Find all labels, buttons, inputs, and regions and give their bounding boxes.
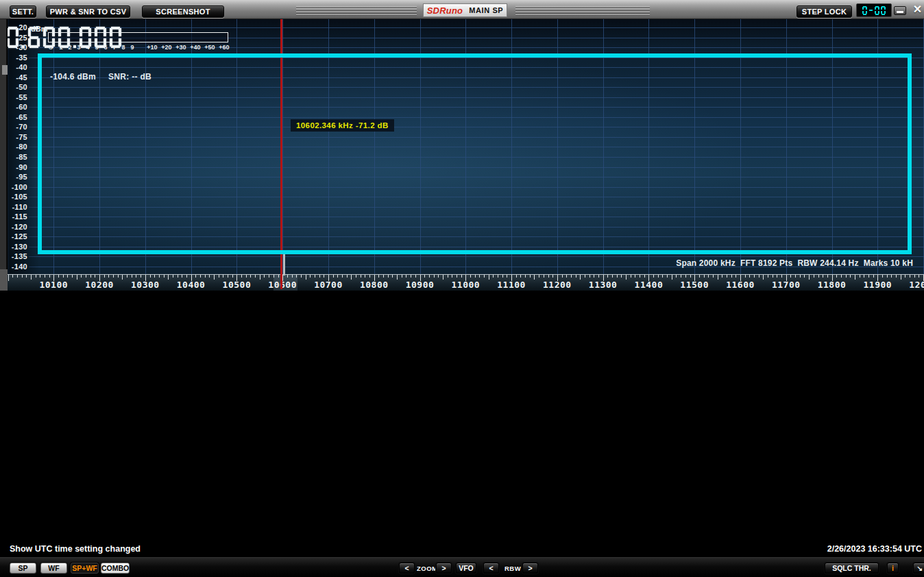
ruler-tick [378,275,379,278]
zoom-out-button[interactable]: < [399,563,415,574]
ruler-tick [72,275,73,278]
ruler-tick [763,275,764,280]
ruler-tick [310,275,311,278]
ruler-tick [489,275,489,280]
seven-segment-frequency-readout[interactable] [0,27,121,48]
sp-mode-button[interactable]: SP [10,563,36,574]
settings-button[interactable]: SETT. [10,5,36,18]
wf-mode-button[interactable]: WF [40,563,67,574]
ruler-tick [154,275,155,278]
zoom-in-button[interactable]: > [436,563,452,574]
ruler-tick [315,275,315,278]
ruler-tick [887,275,888,278]
ruler-tick [493,275,494,278]
info-button[interactable]: i [887,563,899,574]
ruler-tick [914,275,915,278]
ruler-tick [319,275,320,278]
ruler-tick [292,275,293,278]
ruler-frequency-label: 10400 [177,280,206,290]
close-icon[interactable]: ✕ [911,3,924,16]
ruler-tick [383,275,384,278]
ruler-tick [342,275,343,278]
vfo-marker-line[interactable] [283,254,285,275]
ruler-tick [159,275,160,278]
ruler-tick [713,275,714,278]
ruler-tick [17,275,18,278]
ruler-tick [507,275,507,278]
ruler-tick [415,275,416,278]
ruler-tick [598,275,599,278]
titlebar-grip-right[interactable] [515,6,650,16]
titlebar[interactable]: SETT. PWR & SNR TO CSV SCREENSHOT SDRuno… [0,0,924,19]
ruler-tick [919,275,919,278]
ruler-tick [168,275,169,280]
ruler-frequency-label: 10100 [39,280,68,290]
ruler-tick [685,275,686,278]
seven-seg-digit [95,27,106,48]
seven-seg-digit [881,6,886,15]
ruler-frequency-label: 12000 [909,280,924,290]
ruler-tick [873,275,874,278]
ruler-tick [809,275,810,280]
combo-mode-button[interactable]: COMBO [101,563,130,574]
ruler-tick [49,275,50,278]
spectrum-display[interactable]: -20-25-30-35-40-45-50-55-60-65-70-75-80-… [0,19,924,274]
ruler-tick [306,275,306,280]
pwr-snr-csv-button[interactable]: PWR & SNR TO CSV [46,5,130,18]
screenshot-button[interactable]: SCREENSHOT [142,5,224,18]
ruler-tick [411,275,411,278]
ruler-tick [26,275,27,278]
step-lock-button[interactable]: STEP LOCK [797,5,852,18]
ruler-frequency-label: 11300 [589,280,618,290]
ruler-tick [653,275,654,278]
ruler-tick [580,275,581,280]
s-meter-scale-label: +20 [161,44,171,51]
ruler-tick [804,275,805,278]
waterfall-area [0,291,924,541]
ruler-tick [790,275,791,278]
corner-arrow-button[interactable]: ↘ [913,563,924,574]
ruler-tick [195,275,196,278]
ruler-tick [8,275,9,281]
ruler-tick [118,275,119,278]
ruler-tick [594,275,594,278]
ruler-tick [777,275,777,278]
rbw-up-button[interactable]: > [522,563,538,574]
ruler-tick [795,275,796,278]
rbw-label: RBW [504,565,521,572]
sp-wf-mode-button[interactable]: SP+WF [71,563,99,574]
ruler-frequency-label: 10600 [268,280,297,290]
ruler-tick [273,275,274,278]
power-readout: -104.6 dBm [50,72,96,82]
ruler-tick [475,275,476,278]
titlebar-grip-left[interactable] [296,6,417,16]
ruler-tick [443,275,443,280]
ruler-tick [676,275,677,278]
edge-resize-handle[interactable] [2,65,8,75]
s-meter-scale-label: 9 [130,44,134,51]
frequency-ruler[interactable]: 1010010200103001040010500106001070010800… [0,274,924,291]
minimize-button[interactable] [894,6,906,15]
vfo-button[interactable]: VFO [456,563,476,574]
grid-line-horizontal [29,27,924,28]
ruler-tick [827,275,828,278]
ruler-tick [164,275,165,278]
ruler-tick [182,275,182,278]
ruler-tick [621,275,622,278]
zoom-selection-rectangle[interactable] [38,53,912,254]
ruler-frequency-label: 10900 [406,280,435,290]
ruler-frequency-label: 11800 [818,280,847,290]
ruler-tick [45,275,45,278]
ruler-tick [287,275,288,278]
rbw-down-button[interactable]: < [483,563,499,574]
main-sp-window: SETT. PWR & SNR TO CSV SCREENSHOT SDRuno… [0,0,924,577]
ruler-tick [727,275,727,278]
sqlc-threshold-button[interactable]: SQLC THR. [825,563,879,574]
ruler-tick [800,275,801,278]
signal-readout: -104.6 dBm SNR: -- dB [50,72,151,82]
ruler-tick [347,275,348,278]
panel-title: MAIN SP [469,6,503,14]
ruler-tick [749,275,750,278]
ruler-tick [626,275,627,280]
ruler-tick [260,275,260,280]
